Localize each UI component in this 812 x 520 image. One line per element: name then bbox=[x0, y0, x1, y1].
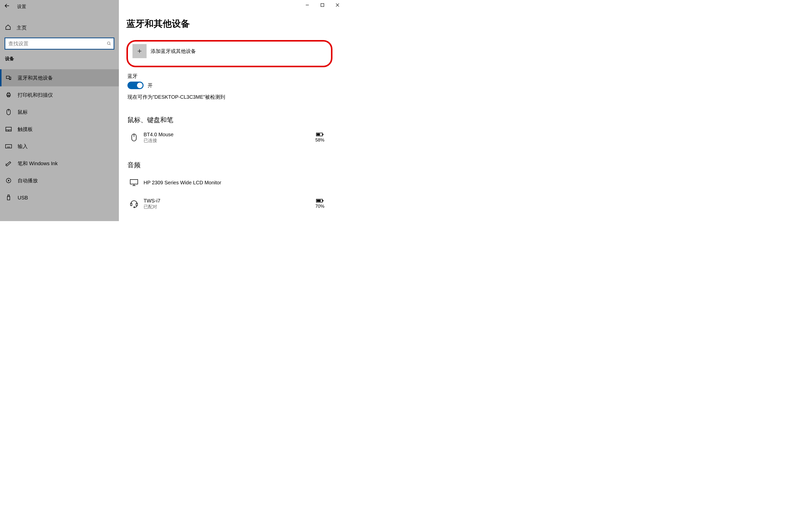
svg-point-39 bbox=[134, 207, 135, 208]
sidebar-item-autoplay[interactable]: 自动播放 bbox=[0, 172, 119, 189]
sidebar-item-label: 打印机和扫描仪 bbox=[18, 92, 53, 99]
search-input-wrapper[interactable] bbox=[4, 37, 114, 50]
device-status: 已连接 bbox=[143, 137, 308, 144]
section-heading-audio: 音频 bbox=[127, 161, 333, 170]
plus-icon: + bbox=[132, 44, 147, 58]
sidebar-item-label: USB bbox=[18, 195, 28, 201]
sidebar-item-pen[interactable]: 笔和 Windows Ink bbox=[0, 155, 119, 172]
printer-icon bbox=[5, 92, 12, 98]
sidebar-category-label: 设备 bbox=[0, 50, 119, 64]
svg-rect-28 bbox=[8, 195, 9, 197]
add-device-highlight: + 添加蓝牙或其他设备 bbox=[126, 40, 333, 67]
device-battery: 70% bbox=[312, 199, 328, 209]
svg-rect-33 bbox=[317, 133, 320, 135]
back-button[interactable] bbox=[4, 3, 10, 10]
search-input[interactable] bbox=[5, 41, 105, 47]
svg-rect-27 bbox=[7, 197, 10, 200]
svg-rect-34 bbox=[130, 180, 138, 184]
sidebar-item-printers[interactable]: 打印机和扫描仪 bbox=[0, 86, 119, 104]
sidebar-item-bluetooth-devices[interactable]: 蓝牙和其他设备 bbox=[0, 69, 119, 86]
headset-icon bbox=[129, 199, 139, 208]
home-icon bbox=[5, 24, 11, 31]
home-label: 主页 bbox=[17, 24, 27, 31]
device-row[interactable]: HP 2309 Series Wide LCD Monitor bbox=[126, 175, 333, 191]
sidebar-item-label: 输入 bbox=[18, 143, 28, 150]
discoverable-text: 现在可作为"DESKTOP-CL3C3ME"被检测到 bbox=[127, 94, 333, 101]
sidebar-home[interactable]: 主页 bbox=[0, 22, 119, 34]
sidebar-item-label: 鼠标 bbox=[18, 109, 28, 115]
main-content: 蓝牙和其他设备 + 添加蓝牙或其他设备 蓝牙 开 现在可作为"DESKTOP-C… bbox=[119, 0, 345, 221]
sidebar-item-usb[interactable]: USB bbox=[0, 189, 119, 206]
sidebar-item-mouse[interactable]: 鼠标 bbox=[0, 104, 119, 121]
bluetooth-toggle-status: 开 bbox=[148, 82, 153, 89]
sidebar: 设置 主页 设备 蓝牙和其他设备 bbox=[0, 0, 119, 221]
battery-icon bbox=[316, 132, 324, 136]
bluetooth-toggle[interactable] bbox=[127, 82, 143, 89]
svg-line-6 bbox=[109, 44, 110, 45]
battery-percent: 70% bbox=[315, 204, 324, 209]
keyboard-icon bbox=[5, 144, 12, 149]
sidebar-item-label: 自动播放 bbox=[18, 177, 38, 184]
bluetooth-section-label: 蓝牙 bbox=[127, 73, 333, 80]
device-row[interactable]: TWS-i7 已配对 70% bbox=[126, 196, 333, 212]
device-name: BT4.0 Mouse bbox=[143, 132, 308, 137]
device-row[interactable]: BT4.0 Mouse 已连接 58% bbox=[126, 129, 333, 146]
sidebar-item-touchpad[interactable]: 触摸板 bbox=[0, 121, 119, 138]
sidebar-item-label: 笔和 Windows Ink bbox=[18, 160, 58, 167]
add-device-label: 添加蓝牙或其他设备 bbox=[151, 48, 196, 55]
autoplay-icon bbox=[5, 178, 12, 184]
battery-icon bbox=[316, 199, 324, 203]
battery-percent: 58% bbox=[315, 137, 324, 143]
sidebar-item-typing[interactable]: 输入 bbox=[0, 138, 119, 155]
pen-icon bbox=[5, 161, 12, 166]
svg-point-9 bbox=[10, 79, 10, 79]
section-heading-input-devices: 鼠标、键盘和笔 bbox=[127, 115, 333, 124]
svg-point-5 bbox=[107, 42, 110, 45]
svg-rect-12 bbox=[7, 96, 9, 97]
mouse-icon bbox=[129, 133, 139, 142]
device-battery: 58% bbox=[312, 132, 328, 143]
add-device-button[interactable]: + 添加蓝牙或其他设备 bbox=[132, 44, 326, 58]
mouse-icon bbox=[5, 109, 12, 115]
sidebar-item-label: 触摸板 bbox=[18, 126, 33, 133]
sidebar-item-label: 蓝牙和其他设备 bbox=[18, 75, 53, 81]
device-status: 已配对 bbox=[143, 204, 308, 210]
page-title: 蓝牙和其他设备 bbox=[126, 18, 333, 30]
device-name: TWS-i7 bbox=[143, 198, 308, 204]
bluetooth-devices-icon bbox=[5, 75, 12, 81]
svg-rect-41 bbox=[323, 200, 323, 202]
monitor-icon bbox=[129, 179, 139, 186]
search-icon bbox=[105, 41, 113, 46]
sidebar-nav-list: 蓝牙和其他设备 打印机和扫描仪 鼠标 触摸板 bbox=[0, 69, 119, 206]
svg-rect-32 bbox=[323, 134, 323, 135]
usb-icon bbox=[5, 194, 12, 201]
touchpad-icon bbox=[5, 127, 12, 132]
svg-rect-18 bbox=[5, 145, 11, 148]
svg-rect-42 bbox=[317, 200, 321, 202]
svg-rect-7 bbox=[6, 76, 9, 79]
app-title: 设置 bbox=[17, 3, 26, 9]
device-name: HP 2309 Series Wide LCD Monitor bbox=[143, 180, 328, 186]
svg-rect-11 bbox=[7, 93, 9, 94]
svg-marker-26 bbox=[8, 180, 9, 182]
